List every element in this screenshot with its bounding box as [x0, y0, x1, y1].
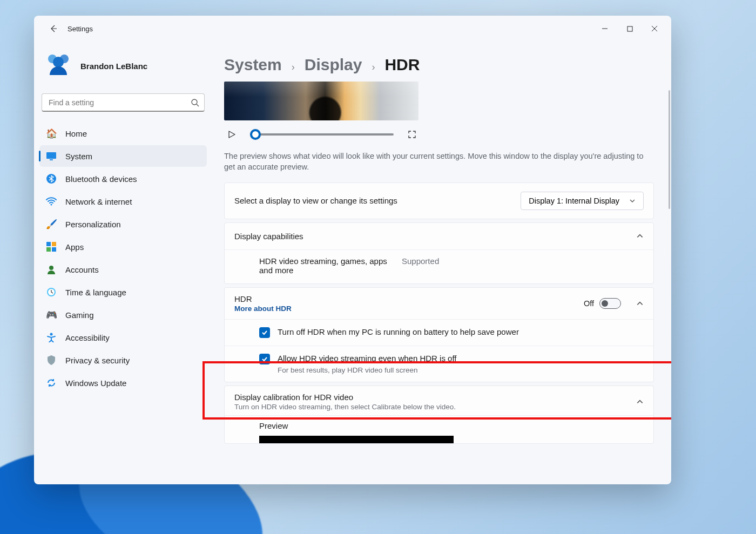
chevron-up-icon: [636, 300, 644, 307]
nav-time[interactable]: Time & language: [39, 281, 207, 303]
home-icon: 🏠: [46, 128, 57, 139]
close-button[interactable]: [642, 20, 667, 37]
hdr-stream-checkbox[interactable]: [259, 354, 270, 364]
nav-network[interactable]: Network & internet: [39, 191, 207, 212]
svg-point-13: [49, 266, 53, 270]
main-content: System › Display › HDR The preview shows…: [212, 42, 671, 484]
hdr-stream-label: Allow HDR video streaming even when HDR …: [278, 354, 457, 363]
user-name: Brandon LeBlanc: [80, 62, 147, 71]
nav-label: System: [65, 152, 92, 161]
hdr-stream-desc: For best results, play HDR video full sc…: [278, 366, 457, 374]
paint-icon: 🖌️: [46, 219, 57, 229]
video-controls: [224, 120, 418, 146]
display-select-card: Select a display to view or change its s…: [224, 182, 654, 219]
nav-label: Gaming: [65, 310, 94, 320]
hdr-stream-row: Allow HDR video streaming even when HDR …: [225, 346, 653, 382]
slider-thumb[interactable]: [250, 129, 261, 140]
capabilities-title: Display capabilities: [234, 232, 303, 241]
display-select-label: Select a display to view or change its s…: [234, 196, 397, 205]
display-dropdown[interactable]: Display 1: Internal Display: [521, 192, 644, 210]
hdr-battery-row: Turn off HDR when my PC is running on ba…: [225, 319, 653, 346]
fullscreen-button[interactable]: [406, 128, 418, 141]
capability-key: HDR video streaming, games, apps and mor…: [259, 256, 389, 275]
hdr-header[interactable]: HDR More about HDR Off: [225, 288, 653, 319]
nav-personalization[interactable]: 🖌️ Personalization: [39, 213, 207, 235]
nav-privacy[interactable]: Privacy & security: [39, 349, 207, 371]
video-preview: [224, 82, 418, 120]
crumb-display[interactable]: Display: [305, 56, 362, 74]
nav-accounts[interactable]: Accounts: [39, 259, 207, 280]
chevron-down-icon: [629, 198, 636, 204]
accessibility-icon: [46, 332, 57, 343]
preview-description: The preview shows what video will look l…: [224, 146, 654, 182]
apps-icon: [46, 241, 57, 252]
play-button[interactable]: [225, 128, 238, 141]
wifi-icon: [46, 196, 57, 207]
calibration-sub: Turn on HDR video streaming, then select…: [234, 403, 456, 411]
hdr-more-link[interactable]: More about HDR: [234, 305, 292, 313]
nav-apps[interactable]: Apps: [39, 236, 207, 258]
crumb-hdr: HDR: [384, 56, 420, 74]
search-field[interactable]: [42, 93, 205, 112]
hdr-battery-label: Turn off HDR when my PC is running on ba…: [278, 327, 519, 336]
nav-accessibility[interactable]: Accessibility: [39, 327, 207, 348]
calibration-header[interactable]: Display calibration for HDR video Turn o…: [225, 386, 653, 415]
hdr-title: HDR: [234, 294, 292, 303]
nav-label: Bluetooth & devices: [65, 174, 137, 184]
titlebar: Settings: [34, 16, 671, 42]
chevron-up-icon: [636, 398, 644, 405]
svg-rect-0: [627, 26, 632, 31]
minimize-button[interactable]: [592, 20, 617, 37]
nav-label: Accounts: [65, 265, 99, 274]
nav-system[interactable]: System: [39, 145, 207, 167]
svg-point-4: [192, 99, 197, 105]
nav-home[interactable]: 🏠 Home: [39, 123, 207, 144]
app-title: Settings: [68, 25, 93, 33]
chevron-up-icon: [636, 232, 644, 240]
hdr-toggle[interactable]: [599, 298, 621, 309]
chevron-right-icon: ›: [292, 62, 295, 73]
svg-point-8: [51, 204, 52, 206]
search-icon: [191, 98, 199, 107]
calibration-preview-image: [259, 436, 454, 443]
breadcrumb: System › Display › HDR: [224, 42, 654, 82]
search-input[interactable]: [42, 93, 205, 112]
hdr-card: HDR More about HDR Off: [224, 287, 654, 382]
nav-gaming[interactable]: 🎮 Gaming: [39, 304, 207, 326]
system-icon: [46, 151, 57, 161]
settings-window: Settings Brandon LeBlanc: [34, 16, 671, 484]
nav-label: Accessibility: [65, 333, 110, 342]
chevron-right-icon: ›: [372, 62, 375, 73]
svg-rect-11: [46, 247, 51, 252]
capabilities-header[interactable]: Display capabilities: [225, 223, 653, 249]
svg-rect-12: [52, 247, 56, 252]
seek-slider[interactable]: [250, 133, 394, 136]
sidebar: Brandon LeBlanc 🏠 Home System: [34, 42, 212, 484]
back-icon[interactable]: [49, 24, 58, 33]
nav-label: Time & language: [65, 288, 126, 297]
svg-point-3: [53, 57, 64, 67]
hdr-battery-checkbox[interactable]: [259, 327, 270, 338]
calibration-title: Display calibration for HDR video: [234, 393, 456, 402]
nav-label: Network & internet: [65, 197, 132, 206]
svg-rect-9: [46, 242, 51, 246]
capability-row: HDR video streaming, games, apps and mor…: [225, 249, 653, 283]
nav-bluetooth[interactable]: Bluetooth & devices: [39, 168, 207, 190]
scrollbar[interactable]: [669, 90, 670, 209]
shield-icon: [46, 355, 57, 366]
calibration-preview-row: Preview: [225, 415, 653, 443]
svg-rect-6: [50, 159, 53, 160]
person-icon: [46, 264, 57, 275]
user-profile[interactable]: Brandon LeBlanc: [34, 44, 212, 90]
calibration-preview-label: Preview: [259, 421, 644, 430]
nav-list: 🏠 Home System Bluetooth & devices: [34, 119, 212, 394]
maximize-button[interactable]: [617, 20, 642, 37]
nav-label: Apps: [65, 242, 84, 252]
display-dropdown-value: Display 1: Internal Display: [529, 197, 619, 205]
nav-update[interactable]: Windows Update: [39, 372, 207, 394]
nav-label: Windows Update: [65, 378, 126, 388]
crumb-system[interactable]: System: [224, 56, 282, 74]
capabilities-card: Display capabilities HDR video streaming…: [224, 222, 654, 284]
calibration-card: Display calibration for HDR video Turn o…: [224, 386, 654, 444]
bluetooth-icon: [46, 173, 57, 184]
